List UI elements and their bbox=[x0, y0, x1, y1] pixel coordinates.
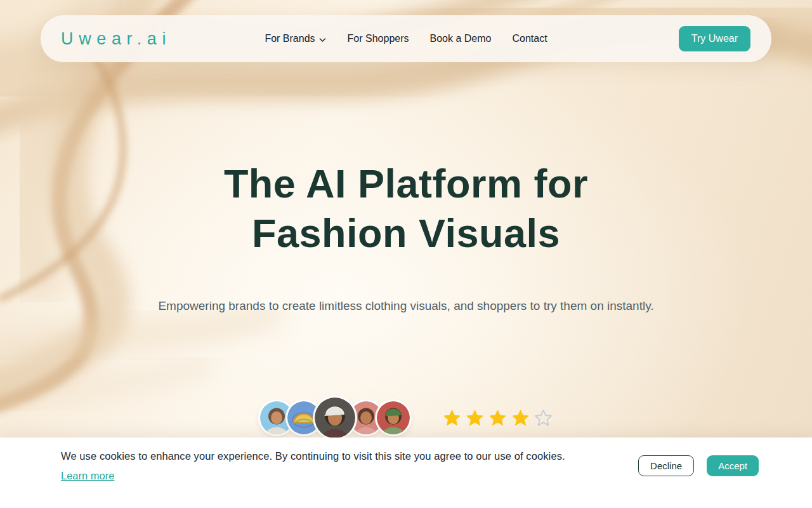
cookie-actions: Decline Accept bbox=[638, 455, 759, 476]
hero-title-line2: Fashion Visuals bbox=[252, 211, 560, 255]
customer-avatar-man-redcap bbox=[377, 401, 410, 434]
chevron-down-icon bbox=[319, 35, 327, 43]
star-rating bbox=[443, 409, 553, 427]
star-filled-icon bbox=[488, 409, 507, 427]
nav-item-label: For Shoppers bbox=[348, 33, 409, 44]
nav-item-label: Contact bbox=[512, 33, 547, 44]
social-proof-row bbox=[0, 398, 812, 438]
nav-item-book-a-demo[interactable]: Book a Demo bbox=[430, 33, 492, 44]
nav-links: For Brands For Shoppers Book a Demo Cont… bbox=[265, 33, 547, 44]
star-filled-icon bbox=[511, 409, 530, 427]
customer-avatars bbox=[260, 398, 410, 438]
nav-item-for-brands[interactable]: For Brands bbox=[265, 33, 326, 44]
hero-title: The AI Platform for Fashion Visuals bbox=[0, 159, 812, 258]
top-navbar: Uwear.ai For Brands For Shoppers Book a … bbox=[41, 15, 771, 62]
hero-subtitle: Empowering brands to create limitless cl… bbox=[143, 295, 669, 317]
star-filled-icon bbox=[466, 409, 484, 427]
nav-item-label: For Brands bbox=[265, 33, 315, 44]
try-uwear-button[interactable]: Try Uwear bbox=[679, 26, 750, 51]
cookie-message: We use cookies to enhance your experienc… bbox=[61, 450, 565, 462]
learn-more-link[interactable]: Learn more bbox=[61, 470, 114, 482]
logo[interactable]: Uwear.ai bbox=[61, 29, 171, 49]
star-filled-icon bbox=[443, 409, 461, 427]
customer-avatar-woman-cap bbox=[315, 398, 355, 438]
star-outline-icon bbox=[534, 409, 553, 427]
nav-item-label: Book a Demo bbox=[430, 33, 492, 44]
decline-button[interactable]: Decline bbox=[638, 455, 694, 476]
nav-item-contact[interactable]: Contact bbox=[512, 33, 547, 44]
nav-item-for-shoppers[interactable]: For Shoppers bbox=[348, 33, 409, 44]
cookie-banner: We use cookies to enhance your experienc… bbox=[0, 438, 812, 508]
hero-title-line1: The AI Platform for bbox=[224, 161, 588, 206]
accept-button[interactable]: Accept bbox=[707, 455, 759, 476]
